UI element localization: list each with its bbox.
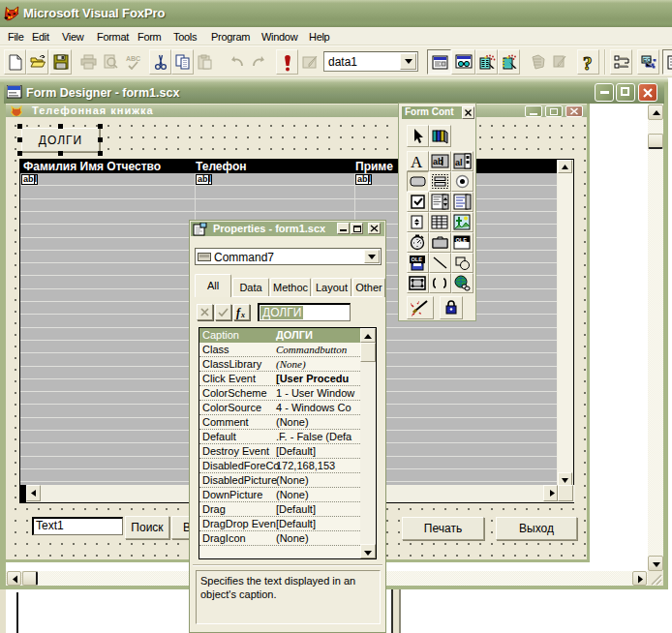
svg-text:ABC: ABC [126,55,140,62]
svg-text:OLE: OLE [456,237,468,243]
svg-text:x: x [240,311,245,319]
svg-text:A: A [411,153,423,170]
svg-text:?: ? [583,54,593,73]
svg-text:EQ: EQ [643,57,652,63]
svg-text:al: al [455,158,463,167]
svg-text:OLE: OLE [412,256,423,262]
